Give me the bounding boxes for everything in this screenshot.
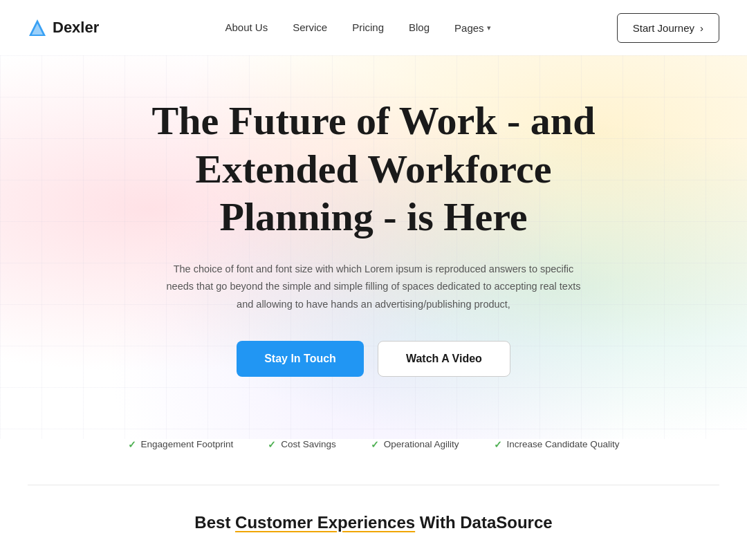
feature-label: Operational Agility (384, 439, 459, 449)
nav-item-blog[interactable]: Blog (409, 21, 430, 34)
nav-item-pricing[interactable]: Pricing (352, 21, 384, 34)
check-icon: ✓ (494, 439, 502, 450)
check-icon: ✓ (128, 439, 136, 450)
brand-logo[interactable]: Dexler (28, 18, 99, 37)
nav-item-pages[interactable]: Pages ▾ (454, 22, 491, 34)
nav-link-pages[interactable]: Pages ▾ (454, 22, 491, 34)
nav-link-service[interactable]: Service (293, 21, 327, 33)
stay-in-touch-button[interactable]: Stay In Touch (237, 341, 364, 377)
customer-title-highlight: Customer Experiences (235, 513, 415, 532)
nav-link-about[interactable]: About Us (225, 21, 268, 33)
brand-icon (28, 18, 47, 37)
feature-cost: ✓ Cost Savings (268, 439, 336, 450)
arrow-right-icon: › (700, 22, 703, 34)
nav-item-service[interactable]: Service (293, 21, 327, 34)
hero-section: The Future of Work - and Extended Workfo… (0, 55, 747, 439)
feature-engagement: ✓ Engagement Footprint (128, 439, 234, 450)
start-journey-button[interactable]: Start Journey › (617, 13, 719, 43)
feature-label: Cost Savings (281, 439, 336, 449)
watch-video-button[interactable]: Watch A Video (378, 341, 510, 377)
features-row: ✓ Engagement Footprint ✓ Cost Savings ✓ … (0, 439, 747, 464)
brand-name: Dexler (53, 19, 99, 37)
hero-content: The Future of Work - and Extended Workfo… (14, 97, 733, 377)
customer-title: Best Customer Experiences With DataSourc… (28, 513, 719, 532)
nav-link-pricing[interactable]: Pricing (352, 21, 384, 33)
customer-section: Best Customer Experiences With DataSourc… (0, 485, 747, 560)
hero-buttons: Stay In Touch Watch A Video (14, 341, 733, 377)
check-icon: ✓ (371, 439, 379, 450)
nav-links: About Us Service Pricing Blog Pages ▾ (225, 21, 490, 34)
nav-link-blog[interactable]: Blog (409, 21, 430, 33)
hero-title: The Future of Work - and Extended Workfo… (131, 97, 616, 241)
navbar: Dexler About Us Service Pricing Blog Pag… (0, 0, 747, 55)
feature-label: Engagement Footprint (141, 439, 234, 449)
chevron-down-icon: ▾ (487, 24, 491, 32)
customer-title-suffix: With DataSource (415, 513, 552, 532)
customer-title-prefix: Best (194, 513, 235, 532)
feature-label: Increase Candidate Quality (507, 439, 620, 449)
check-icon: ✓ (268, 439, 276, 450)
hero-subtitle: The choice of font and font size with wh… (159, 261, 588, 313)
feature-candidate: ✓ Increase Candidate Quality (494, 439, 620, 450)
feature-agility: ✓ Operational Agility (371, 439, 459, 450)
nav-item-about[interactable]: About Us (225, 21, 268, 34)
